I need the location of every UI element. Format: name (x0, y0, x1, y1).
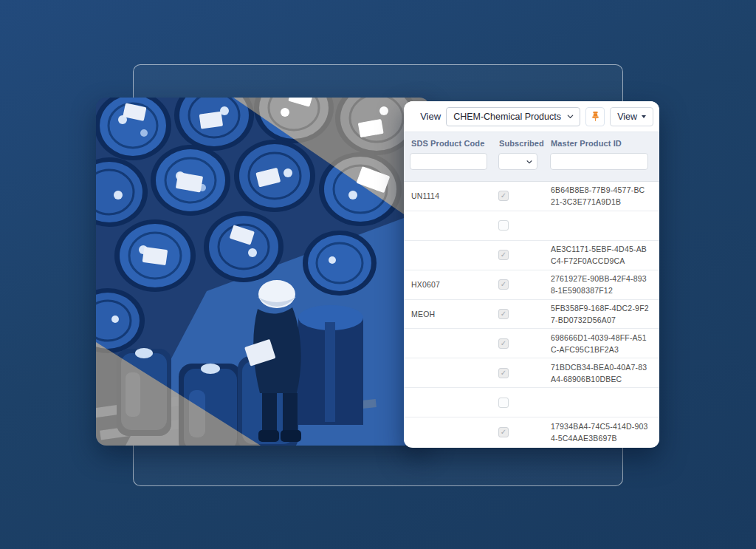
table-row[interactable]: MEOH ✓ 5FB358F9-168F-4DC2-9F27-BD0732D56… (404, 300, 659, 330)
chevron-down-icon (566, 112, 574, 120)
subscribed-checkbox[interactable]: ✓ (498, 309, 509, 319)
view-menu-label: View (617, 112, 637, 122)
subscribed-filter-select[interactable] (498, 153, 537, 170)
column-header-subscribed: Subscribed (496, 139, 546, 148)
view-menu-button[interactable]: View (610, 107, 653, 126)
table-row[interactable] (404, 211, 659, 241)
table-row[interactable]: ✓ 71BDCB34-BEA0-40A7-83A4-68906B10DBEC (404, 358, 659, 388)
pushpin-icon (590, 111, 601, 122)
view-select[interactable]: CHEM-Chemical Products (446, 107, 580, 126)
chevron-down-icon (526, 158, 533, 166)
sds-product-code-cell: HX0607 (404, 280, 496, 289)
subscribed-checkbox[interactable]: ✓ (498, 338, 509, 349)
table-toolbar: View CHEM-Chemical Products View (404, 101, 659, 132)
master-product-id-filter-input[interactable] (550, 153, 648, 170)
master-product-id-cell: 5FB358F9-168F-4DC2-9F27-BD0732D56A07 (546, 302, 659, 326)
column-header-master-product-id: Master Product ID (546, 139, 659, 148)
subscribed-checkbox[interactable]: ✓ (498, 368, 509, 378)
table-row[interactable]: ✓ 698666D1-4039-48FF-A51C-AFC95C1BF2A3 (404, 329, 659, 358)
master-product-id-cell: 2761927E-90BB-42F4-8938-1E5908387F12 (546, 273, 659, 296)
subscribed-checkbox[interactable]: ✓ (498, 250, 509, 260)
column-headers: SDS Product Code Subscribed Master Produ… (404, 139, 659, 148)
master-product-id-cell: 6B64B8E8-77B9-4577-BC21-3C3E771A9D1B (546, 184, 659, 208)
filter-row (404, 153, 659, 170)
table-row[interactable]: ✓ AE3C1171-5EBF-4D45-ABC4-F72F0ACCD9CA (404, 241, 659, 270)
table-body: UN1114 ✓ 6B64B8E8-77B9-4577-BC21-3C3E771… (404, 182, 659, 448)
subscribed-checkbox[interactable] (498, 398, 509, 408)
table-row[interactable]: ✓ 17934BA4-74C5-414D-9034-5C4AAE3B697B (404, 417, 659, 447)
hero-photo-chemical-drums (96, 98, 430, 446)
subscribed-checkbox[interactable]: ✓ (498, 191, 509, 201)
drums-photo-illustration (96, 98, 430, 446)
master-product-id-cell: 71BDCB34-BEA0-40A7-83A4-68906B10DBEC (546, 361, 659, 385)
subscribed-checkbox[interactable] (498, 220, 509, 231)
table-row[interactable] (404, 388, 659, 417)
sds-product-code-cell: UN1114 (404, 191, 496, 200)
products-table-card: View CHEM-Chemical Products View SDS Pro… (404, 101, 659, 448)
subscribed-checkbox[interactable]: ✓ (498, 427, 509, 437)
subscribed-checkbox[interactable]: ✓ (498, 279, 509, 290)
sds-product-code-cell: MEOH (404, 310, 496, 318)
table-row[interactable]: HX0607 ✓ 2761927E-90BB-42F4-8938-1E59083… (404, 270, 659, 300)
view-select-value: CHEM-Chemical Products (453, 112, 561, 122)
master-product-id-cell: AE3C1171-5EBF-4D45-ABC4-F72F0ACCD9CA (546, 243, 659, 267)
view-label: View (420, 111, 441, 122)
column-header-sds-product-code: SDS Product Code (404, 139, 496, 148)
caret-down-icon (642, 115, 646, 118)
master-product-id-cell: 698666D1-4039-48FF-A51C-AFC95C1BF2A3 (546, 332, 659, 355)
pin-view-button[interactable] (585, 107, 605, 126)
table-header-and-filters: SDS Product Code Subscribed Master Produ… (404, 132, 659, 182)
table-row[interactable]: UN1114 ✓ 6B64B8E8-77B9-4577-BC21-3C3E771… (404, 182, 659, 211)
master-product-id-cell: 17934BA4-74C5-414D-9034-5C4AAE3B697B (546, 420, 659, 444)
sds-product-code-filter-input[interactable] (410, 153, 487, 170)
